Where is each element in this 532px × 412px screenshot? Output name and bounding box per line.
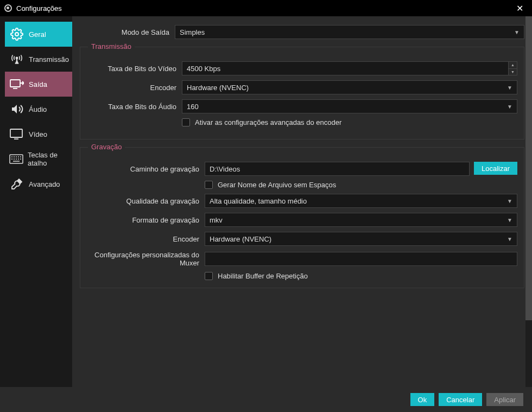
- svg-text:A: A: [16, 60, 18, 64]
- record-encoder-value: Hardware (NVENC): [210, 235, 271, 243]
- spin-down-icon[interactable]: ▼: [508, 69, 517, 75]
- gear-icon: [9, 27, 24, 42]
- ok-button[interactable]: Ok: [410, 393, 435, 406]
- record-encoder-label: Encoder: [87, 235, 205, 243]
- app-icon: [4, 4, 12, 12]
- sidebar-item-advanced[interactable]: Avançado: [5, 172, 72, 197]
- sidebar-label-audio: Áudio: [29, 105, 47, 113]
- chevron-down-icon: ▼: [507, 236, 512, 242]
- output-icon: [9, 77, 24, 92]
- record-encoder-select[interactable]: Hardware (NVENC) ▼: [205, 232, 517, 246]
- advanced-encoder-checkbox[interactable]: [182, 118, 190, 126]
- audio-bitrate-value: 160: [187, 103, 199, 111]
- sidebar-item-hotkeys[interactable]: Teclas de atalho: [5, 147, 72, 172]
- chevron-down-icon: ▼: [514, 29, 520, 35]
- audio-bitrate-label: Taxa de Bits do Áudio: [87, 103, 182, 111]
- video-icon: [9, 126, 24, 142]
- sidebar-item-transmissao[interactable]: A Transmissão: [5, 47, 72, 72]
- sidebar-item-saida[interactable]: Saída: [5, 72, 72, 97]
- record-format-select[interactable]: mkv ▼: [205, 213, 517, 227]
- browse-button[interactable]: Localizar: [474, 162, 517, 175]
- record-legend: Gravação: [88, 143, 125, 151]
- stream-legend: Transmissão: [88, 42, 135, 50]
- record-path-label: Caminho de gravação: [87, 165, 205, 173]
- record-format-label: Formato de gravação: [87, 216, 205, 224]
- sidebar-label-video: Vídeo: [29, 130, 47, 138]
- output-mode-select[interactable]: Simples ▼: [175, 25, 524, 39]
- svg-rect-4: [10, 129, 22, 137]
- stream-encoder-select[interactable]: Hardware (NVENC) ▼: [182, 80, 517, 94]
- output-mode-value: Simples: [180, 28, 205, 36]
- chevron-down-icon: ▼: [507, 217, 512, 223]
- audio-icon: [9, 102, 24, 117]
- titlebar: Configurações ✕: [0, 0, 532, 16]
- tools-icon: [9, 176, 24, 192]
- footer: Ok Cancelar Aplicar: [0, 387, 532, 412]
- replay-buffer-checkbox[interactable]: [205, 272, 213, 280]
- chevron-down-icon: ▼: [507, 85, 512, 91]
- broadcast-icon: A: [9, 52, 24, 67]
- sidebar-item-video[interactable]: Vídeo: [5, 122, 72, 147]
- muxer-input[interactable]: [205, 252, 517, 266]
- audio-bitrate-select[interactable]: 160 ▼: [182, 99, 517, 113]
- no-spaces-label: Gerar Nome de Arquivo sem Espaços: [218, 181, 336, 189]
- output-mode-label: Modo de Saída: [80, 28, 175, 36]
- sidebar-label-geral: Geral: [29, 30, 46, 39]
- sidebar-label-saida: Saída: [29, 80, 47, 88]
- keyboard-icon: [9, 151, 23, 167]
- video-bitrate-input[interactable]: 4500 Kbps ▲ ▼: [182, 61, 517, 75]
- scrollbar-thumb[interactable]: [525, 16, 532, 320]
- record-quality-label: Qualidade da gravação: [87, 197, 205, 205]
- muxer-label: Configurações personalizadas do Muxer: [87, 251, 205, 267]
- main: Geral A Transmissão Saída Áudio Vídeo: [0, 16, 532, 387]
- svg-rect-3: [10, 80, 20, 87]
- content: Modo de Saída Simples ▼ Transmissão Taxa…: [72, 16, 532, 387]
- apply-button[interactable]: Aplicar: [486, 393, 523, 406]
- chevron-down-icon: ▼: [507, 104, 512, 110]
- svg-point-0: [15, 33, 18, 36]
- video-bitrate-label: Taxa de Bits do Vídeo: [87, 65, 182, 73]
- sidebar-label-transmissao: Transmissão: [29, 55, 69, 64]
- stream-encoder-value: Hardware (NVENC): [187, 84, 249, 92]
- cancel-button[interactable]: Cancelar: [439, 393, 482, 406]
- chevron-down-icon: ▼: [507, 198, 512, 204]
- spin-up-icon[interactable]: ▲: [508, 62, 517, 69]
- record-fieldset: Gravação Caminho de gravação D:\Videos L…: [80, 147, 524, 288]
- sidebar: Geral A Transmissão Saída Áudio Vídeo: [0, 16, 72, 387]
- advanced-encoder-label: Ativar as configurações avançadas do enc…: [195, 118, 341, 126]
- record-quality-value: Alta qualidade, tamanho médio: [210, 197, 307, 205]
- no-spaces-checkbox[interactable]: [205, 181, 213, 189]
- close-button[interactable]: ✕: [511, 3, 528, 14]
- record-path-input[interactable]: D:\Videos: [205, 162, 470, 176]
- replay-buffer-label: Habilitar Buffer de Repetição: [218, 272, 308, 280]
- stream-encoder-label: Encoder: [87, 84, 182, 92]
- sidebar-item-audio[interactable]: Áudio: [5, 97, 72, 122]
- record-quality-select[interactable]: Alta qualidade, tamanho médio ▼: [205, 194, 517, 208]
- sidebar-label-hotkeys: Teclas de atalho: [28, 151, 72, 167]
- sidebar-item-geral[interactable]: Geral: [5, 22, 72, 47]
- record-format-value: mkv: [210, 216, 223, 224]
- stream-fieldset: Transmissão Taxa de Bits do Vídeo 4500 K…: [80, 47, 524, 140]
- record-path-value: D:\Videos: [210, 165, 240, 173]
- scrollbar-track[interactable]: [525, 16, 532, 387]
- window-title: Configurações: [16, 4, 511, 12]
- video-bitrate-value: 4500 Kbps: [187, 65, 220, 73]
- sidebar-label-advanced: Avançado: [29, 180, 60, 188]
